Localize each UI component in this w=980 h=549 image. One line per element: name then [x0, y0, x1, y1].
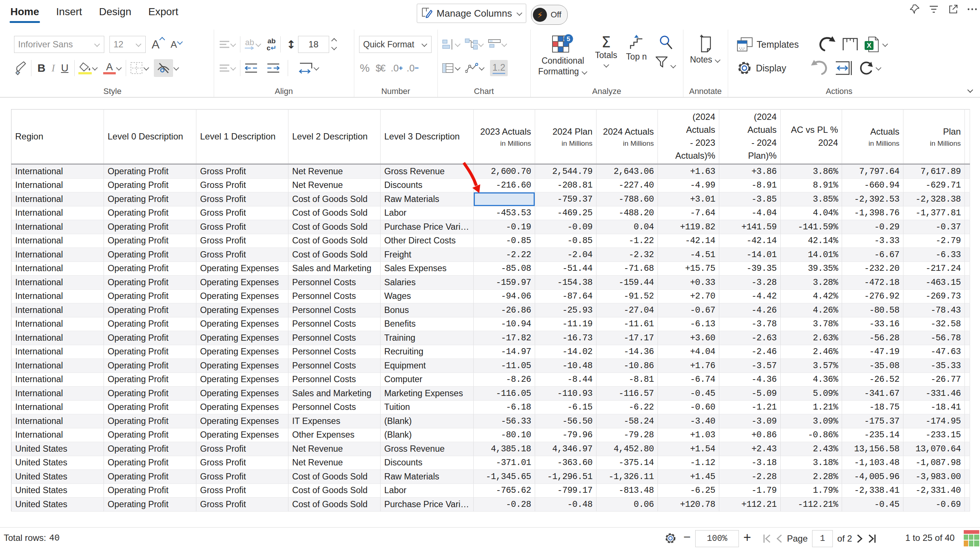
increase-decimal-button[interactable]: .0+	[391, 62, 403, 74]
cell-actuals[interactable]: -175.37	[842, 414, 904, 428]
cell-l1[interactable]: Operating Expenses	[196, 387, 288, 401]
bar-chart-button[interactable]	[442, 39, 455, 50]
cell-plan[interactable]: -47.63	[904, 345, 965, 359]
cell-d24[interactable]: -2.63	[719, 331, 781, 345]
cell-region[interactable]: United States	[11, 442, 104, 456]
cell-v2023[interactable]: -453.53	[474, 206, 535, 220]
cell-v2024p[interactable]: -799.17	[535, 484, 597, 498]
cell-l2[interactable]: Cost of Goods Sold	[288, 193, 380, 207]
cell-l2[interactable]: Cost of Goods Sold	[288, 234, 380, 248]
cell-plan[interactable]: -1,377.81	[904, 206, 965, 220]
cell-plan[interactable]: -32.58	[904, 317, 965, 331]
cell-v2024p[interactable]: -363.60	[535, 456, 597, 470]
cell-l1[interactable]: Gross Profit	[196, 220, 288, 234]
cell-l2[interactable]: Cost of Goods Sold	[288, 206, 380, 220]
tab-home[interactable]: Home	[10, 6, 39, 23]
cell-d24[interactable]: +3.86	[719, 164, 781, 179]
cell-v2023[interactable]: -6.18	[474, 400, 535, 414]
cell-l0[interactable]: Operating Profit	[104, 206, 196, 220]
cell-v2024p[interactable]: -79.96	[535, 428, 597, 442]
cell-v2023[interactable]	[474, 193, 535, 207]
format-painter-button[interactable]	[14, 61, 27, 75]
decrease-indent-button[interactable]	[244, 63, 258, 73]
cell-l3[interactable]: Other Direct Costs	[380, 234, 474, 248]
cell-l2[interactable]: Personnel Costs	[288, 331, 380, 345]
cell-l0[interactable]: Operating Profit	[104, 303, 196, 317]
cell-l3[interactable]: Computer	[380, 372, 474, 387]
cell-actuals[interactable]: -6.67	[842, 248, 904, 262]
cell-d24[interactable]: -3.85	[719, 193, 781, 207]
cell-v2024p[interactable]: -25.93	[535, 303, 597, 317]
cell-l3[interactable]: Marketing Expenses	[380, 387, 474, 401]
cell-l3[interactable]: (Blank)	[380, 428, 474, 442]
cell-plan[interactable]: -269.73	[904, 289, 965, 303]
cell-v2024a[interactable]: -71.68	[597, 261, 658, 275]
cell-v2024p[interactable]: -14.02	[535, 345, 597, 359]
cell-v2024p[interactable]: -11.19	[535, 317, 597, 331]
cell-l2[interactable]: Cost of Goods Sold	[288, 220, 380, 234]
pin-icon[interactable]	[909, 4, 920, 15]
cell-d24[interactable]: -8.91	[719, 178, 781, 193]
cell-region[interactable]: International	[11, 234, 104, 248]
export-excel-button[interactable]: X	[864, 36, 880, 53]
cell-d23[interactable]: +120.78	[658, 498, 719, 512]
cell-d23[interactable]: -6.25	[658, 484, 719, 498]
cell-plan[interactable]: -233.15	[904, 428, 965, 442]
cell-v2023[interactable]: -26.86	[474, 303, 535, 317]
cell-l3[interactable]: Gross Revenue	[380, 442, 474, 456]
cell-v2024a[interactable]: -813.48	[597, 484, 658, 498]
cell-d23[interactable]: +3.01	[658, 193, 719, 207]
column-header-d24[interactable]: (2024 Actuals - 2024 Plan)%	[719, 110, 781, 164]
cell-d24[interactable]: +2.43	[719, 442, 781, 456]
cell-v2023[interactable]: -56.33	[474, 414, 535, 428]
cell-actuals[interactable]: -1,103.48	[842, 456, 904, 470]
cell-d23[interactable]: +119.82	[658, 220, 719, 234]
cell-d23[interactable]: -1.12	[658, 456, 719, 470]
cell-l3[interactable]: Labor	[380, 484, 474, 498]
previous-page-button[interactable]	[776, 534, 783, 543]
cell-l0[interactable]: Operating Profit	[104, 193, 196, 207]
cell-v2024p[interactable]: -469.25	[535, 206, 597, 220]
cell-l0[interactable]: Operating Profit	[104, 220, 196, 234]
cell-v2024p[interactable]: -759.37	[535, 193, 597, 207]
cell-v2023[interactable]: -85.08	[474, 261, 535, 275]
cell-l1[interactable]: Operating Expenses	[196, 289, 288, 303]
cell-l3[interactable]: Bonus	[380, 303, 474, 317]
cell-acpl[interactable]: 3.85%	[781, 193, 842, 207]
cell-region[interactable]: International	[11, 164, 104, 179]
cell-region[interactable]: International	[11, 428, 104, 442]
cell-l1[interactable]: Gross Profit	[196, 193, 288, 207]
cell-v2023[interactable]: -159.97	[474, 275, 535, 290]
font-name-select[interactable]: Inforiver Sans	[14, 36, 104, 53]
zoom-out-button[interactable]: −	[683, 530, 691, 544]
cell-v2024p[interactable]: -110.93	[535, 387, 597, 401]
cell-l3[interactable]: Labor	[380, 206, 474, 220]
cell-d24[interactable]: -3.57	[719, 359, 781, 373]
font-color-button[interactable]: A	[103, 62, 116, 74]
cell-plan[interactable]: -26.77	[904, 372, 965, 387]
cell-d24[interactable]: -3.28	[719, 275, 781, 290]
cell-v2023[interactable]: -8.26	[474, 372, 535, 387]
cell-region[interactable]: United States	[11, 470, 104, 484]
column-header-l0[interactable]: Level 0 Description	[104, 110, 196, 164]
last-page-button[interactable]	[867, 534, 877, 543]
cell-v2023[interactable]: -371.01	[474, 456, 535, 470]
cell-l1[interactable]: Operating Expenses	[196, 345, 288, 359]
cell-acpl[interactable]: 4.26%	[781, 303, 842, 317]
cell-region[interactable]: International	[11, 414, 104, 428]
cell-d23[interactable]: +1.45	[658, 470, 719, 484]
zoom-in-button[interactable]: +	[743, 530, 751, 545]
cell-acpl[interactable]: 2.46%	[781, 345, 842, 359]
cell-plan[interactable]: -3,983.00	[904, 470, 965, 484]
cell-l3[interactable]: (Blank)	[380, 414, 474, 428]
cell-l1[interactable]: Gross Profit	[196, 164, 288, 179]
cell-v2023[interactable]: -116.05	[474, 387, 535, 401]
cell-d24[interactable]: -42.14	[719, 234, 781, 248]
cell-l3[interactable]: Sales Expenses	[380, 261, 474, 275]
cell-region[interactable]: International	[11, 331, 104, 345]
cell-v2024p[interactable]: -154.38	[535, 275, 597, 290]
cell-l2[interactable]: Net Revenue	[288, 164, 380, 179]
cell-actuals[interactable]: -0.45	[842, 498, 904, 512]
cell-l3[interactable]: Freight	[380, 248, 474, 262]
cell-d23[interactable]: +1.76	[658, 359, 719, 373]
